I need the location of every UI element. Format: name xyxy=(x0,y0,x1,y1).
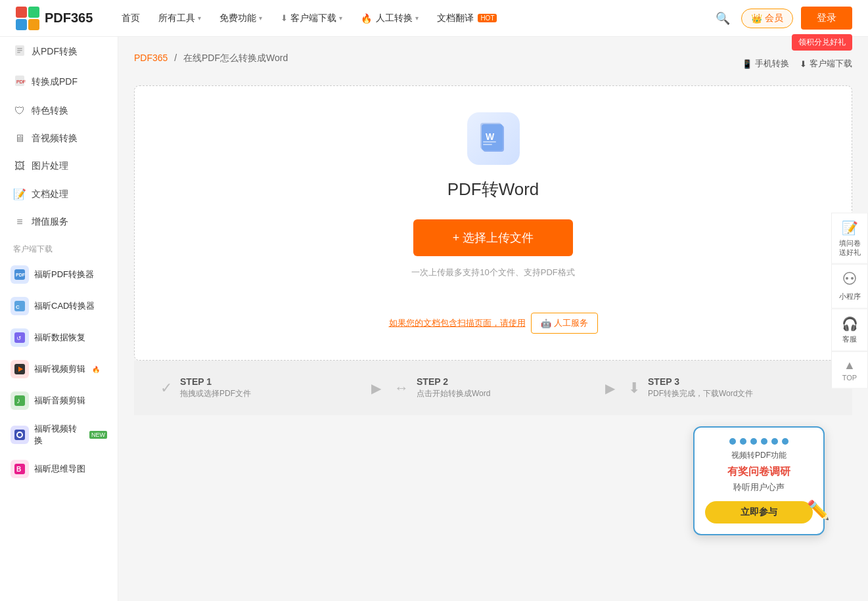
sidebar-download-recovery[interactable]: ↺ 福昕数据恢复 xyxy=(0,322,118,353)
svg-rect-6 xyxy=(17,50,22,51)
mobile-icon: 📱 xyxy=(742,59,752,69)
nav-tools[interactable]: 所有工具 ▾ xyxy=(150,9,209,28)
miniprogram-button[interactable]: 小程序 xyxy=(831,264,868,309)
sidebar-item-image[interactable]: 🖼 图片处理 xyxy=(0,152,118,180)
breadcrumb-home[interactable]: PDF365 xyxy=(134,53,168,63)
headset-icon: 🎧 xyxy=(842,316,858,332)
shield-icon: 🛡 xyxy=(13,105,26,117)
chevron-down-icon: ▾ xyxy=(339,14,342,22)
arrow-icon: ▶ xyxy=(605,380,615,396)
logo-icon xyxy=(16,7,39,30)
svg-text:♪: ♪ xyxy=(16,396,20,405)
svg-rect-7 xyxy=(17,52,20,53)
doc-icon: 📝 xyxy=(13,188,26,200)
video-icon: 🖥 xyxy=(13,133,26,145)
svg-text:PDF: PDF xyxy=(16,273,26,277)
chevron-down-icon: ▾ xyxy=(259,14,262,22)
nav-home[interactable]: 首页 xyxy=(114,9,148,28)
mindmap-icon: B xyxy=(11,460,29,478)
recovery-icon: ↺ xyxy=(11,328,29,347)
nav-download[interactable]: ⬇ 客户端下载 ▾ xyxy=(273,9,350,28)
nav-right: 🔍 👑 会员 登录 xyxy=(712,7,852,30)
cad-converter-icon: C xyxy=(11,297,29,315)
sidebar-item-doc[interactable]: 📝 文档处理 xyxy=(0,180,118,208)
upload-icon-wrap: W xyxy=(467,112,520,165)
logo-text: PDF365 xyxy=(45,11,93,26)
sidebar-download-pdf[interactable]: PDF 福昕PDF转换器 xyxy=(0,259,118,290)
sidebar-item-from-pdf[interactable]: 从PDF转换 xyxy=(0,37,118,67)
logo[interactable]: PDF365 xyxy=(16,7,93,30)
mobile-convert-link[interactable]: 📱 手机转换 xyxy=(742,58,789,70)
svg-rect-28 xyxy=(483,141,496,143)
svg-rect-5 xyxy=(17,48,22,49)
step-3-label: STEP 3 xyxy=(648,376,753,387)
step-2-desc: 点击开始转换成Word xyxy=(417,388,490,399)
nav-items: 首页 所有工具 ▾ 免费功能 ▾ ⬇ 客户端下载 ▾ 🔥 人工转换 ▾ 文档翻译… xyxy=(114,9,712,28)
vip-services-icon: ≡ xyxy=(13,216,26,228)
dot xyxy=(740,438,746,445)
sidebar-item-to-pdf[interactable]: PDF 转换成PDF xyxy=(0,67,118,97)
svg-rect-1 xyxy=(28,7,39,18)
sidebar-item-video[interactable]: 🖥 音视频转换 xyxy=(0,125,118,152)
manual-hint: 如果您的文档包含扫描页面，请使用 xyxy=(389,317,526,329)
svg-rect-0 xyxy=(16,7,27,18)
sidebar-label: 音视频转换 xyxy=(32,133,78,145)
nav-free[interactable]: 免费功能 ▾ xyxy=(212,9,270,28)
vip-icon: 👑 xyxy=(751,13,762,24)
sidebar: 从PDF转换 PDF 转换成PDF 🛡 特色转换 🖥 音视频转换 🖼 图片处理 … xyxy=(0,37,118,601)
video-convert-icon xyxy=(11,426,29,444)
vip-button[interactable]: 👑 会员 xyxy=(741,9,793,28)
sidebar-download-audio[interactable]: ♪ 福昕音频剪辑 xyxy=(0,385,118,416)
to-pdf-icon: PDF xyxy=(13,75,26,89)
sidebar-download-video-convert[interactable]: 福昕视频转换 NEW xyxy=(0,416,118,453)
robot-icon: 🤖 xyxy=(541,319,551,328)
sidebar-download-cad[interactable]: C 福昕CAD转换器 xyxy=(0,290,118,322)
audio-edit-icon: ♪ xyxy=(11,391,29,410)
sidebar-section-download: 客户端下载 xyxy=(0,236,118,259)
nav-manual[interactable]: 🔥 人工转换 ▾ xyxy=(353,9,426,28)
svg-text:PDF: PDF xyxy=(16,79,26,84)
up-arrow-icon: ▲ xyxy=(844,359,856,372)
check-icon: ✓ xyxy=(160,380,172,397)
step-2: ↔ STEP 2 点击开始转换成Word xyxy=(394,376,592,399)
svg-text:W: W xyxy=(486,131,495,142)
upload-button[interactable]: + 选择上传文件 xyxy=(413,219,574,256)
step-2-label: STEP 2 xyxy=(417,376,490,387)
breadcrumb-current: 在线PDF怎么转换成Word xyxy=(183,53,288,63)
dot xyxy=(782,438,788,445)
step-1-label: STEP 1 xyxy=(180,376,251,387)
svg-point-31 xyxy=(846,277,848,280)
fire-badge: 🔥 xyxy=(92,366,100,373)
manual-service-button[interactable]: 🤖 人工服务 xyxy=(531,313,598,334)
login-button[interactable]: 登录 xyxy=(801,7,852,30)
pencil-icon: ✏️ xyxy=(807,499,830,521)
customer-service-button[interactable]: 🎧 客服 xyxy=(831,309,868,351)
gift-badge[interactable]: 领积分兑好礼 xyxy=(792,34,852,51)
step-3-desc: PDF转换完成，下载Word文件 xyxy=(648,388,753,399)
search-button[interactable]: 🔍 xyxy=(712,8,733,29)
survey-button[interactable]: 📝 填问卷送好礼 xyxy=(831,212,868,264)
promo-cta-button[interactable]: 立即参与 xyxy=(705,501,813,523)
word-file-icon: W xyxy=(476,122,511,156)
svg-rect-2 xyxy=(16,19,27,30)
client-download-link[interactable]: ⬇ 客户端下载 xyxy=(800,58,852,70)
refresh-icon: ↔ xyxy=(394,380,409,397)
sidebar-item-vip[interactable]: ≡ 增值服务 xyxy=(0,208,118,236)
fire-icon: 🔥 xyxy=(361,13,372,24)
sidebar-label: 特色转换 xyxy=(32,105,68,117)
video-edit-icon xyxy=(11,360,29,378)
sidebar-download-mindmap[interactable]: B 福昕思维导图 xyxy=(0,453,118,485)
chevron-down-icon: ▾ xyxy=(198,14,201,22)
right-panel: 📝 填问卷送好礼 小程序 🎧 客服 ▲ TOP xyxy=(831,212,868,389)
miniprogram-icon xyxy=(842,271,857,289)
sidebar-label: 从PDF转换 xyxy=(32,46,78,58)
nav-translate[interactable]: 文档翻译 HOT xyxy=(429,9,505,28)
dot xyxy=(729,438,736,445)
step-1: ✓ STEP 1 拖拽或选择PDF文件 xyxy=(160,376,358,399)
scroll-top-button[interactable]: ▲ TOP xyxy=(831,351,868,389)
promo-card: 视频转PDF功能 有奖问卷调研 聆听用户心声 立即参与 ✏️ xyxy=(693,426,825,535)
sidebar-label: 图片处理 xyxy=(32,160,68,172)
sidebar-item-special[interactable]: 🛡 特色转换 xyxy=(0,97,118,125)
manual-service: 如果您的文档包含扫描页面，请使用 🤖 人工服务 xyxy=(389,313,598,334)
sidebar-download-video-edit[interactable]: 福昕视频剪辑 🔥 xyxy=(0,353,118,385)
